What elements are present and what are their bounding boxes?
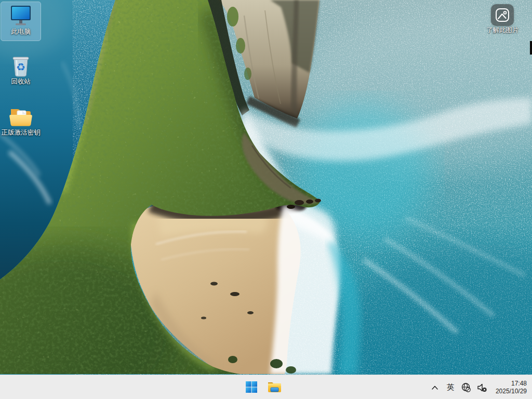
svg-text:♻: ♻: [16, 61, 25, 73]
volume-button[interactable]: [474, 377, 490, 398]
volume-muted-icon: [476, 382, 488, 393]
desktop-icon-this-pc[interactable]: 此电脑: [1, 2, 41, 41]
icon-label: 此电脑: [11, 28, 31, 35]
picture-icon: [495, 7, 510, 23]
clock-time: 17:48: [511, 380, 527, 388]
chevron-up-icon: [431, 385, 438, 390]
clock-date: 2025/10/29: [496, 388, 527, 395]
taskbar-tray: 英 17:48 2025/10/29: [427, 375, 529, 399]
file-explorer-button[interactable]: [264, 377, 285, 397]
ime-indicator[interactable]: 英: [443, 377, 458, 398]
recycle-bin-icon: ♻: [10, 54, 31, 77]
icon-label: 回收站: [11, 78, 31, 85]
folder-icon: [9, 106, 33, 127]
tray-chevron-button[interactable]: [427, 377, 443, 398]
taskbar: 英 17:48 2025/10/29: [0, 375, 532, 399]
start-button[interactable]: [241, 377, 262, 397]
globe-no-internet-icon: [461, 382, 471, 393]
desktop-icon-recycle-bin[interactable]: ♻ 回收站: [1, 52, 41, 90]
spotlight-badge[interactable]: [491, 4, 514, 26]
this-pc-icon: [9, 5, 32, 26]
desktop-icon-activation-key-folder[interactable]: 正版激活密钥: [1, 103, 41, 141]
spotlight-label: 了解此图片: [486, 26, 519, 34]
spotlight-learn-about-picture[interactable]: 了解此图片: [483, 4, 522, 34]
icon-label: 正版激活密钥: [2, 129, 41, 136]
windows-logo-icon: [245, 381, 258, 393]
desktop: 此电脑 ♻ 回收站: [0, 0, 532, 399]
screen-edge-bar: [530, 41, 532, 55]
file-explorer-icon: [267, 381, 282, 393]
clock[interactable]: 17:48 2025/10/29: [490, 377, 529, 398]
network-button[interactable]: [458, 377, 474, 398]
wallpaper-image: [0, 0, 532, 375]
taskbar-center-icons: [241, 377, 285, 397]
